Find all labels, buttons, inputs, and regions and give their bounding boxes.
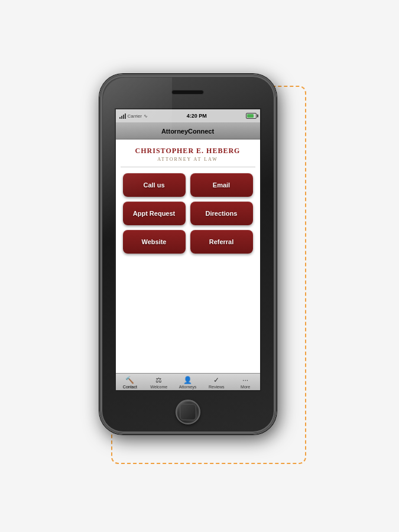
outer-frame: Carrier ∿ 4:20 PM AttorneyConnect — [99, 74, 300, 458]
website-button[interactable]: Website — [123, 230, 186, 254]
reviews-icon: ✓ — [213, 376, 219, 384]
law-header: CHRISTOPHER E. HEBERG ATTORNEY AT LAW — [121, 147, 255, 167]
battery-icon — [246, 113, 257, 119]
call-us-button[interactable]: Call us — [123, 173, 186, 197]
tab-contact[interactable]: 🔨 Contact — [118, 376, 142, 389]
tab-contact-label: Contact — [123, 385, 137, 389]
tab-more-label: More — [241, 385, 250, 389]
signal-bars — [119, 113, 126, 119]
content-area: CHRISTOPHER E. HEBERG ATTORNEY AT LAW Ca… — [116, 140, 260, 254]
screen-container: Carrier ∿ 4:20 PM AttorneyConnect — [115, 108, 261, 391]
screen-inner: Carrier ∿ 4:20 PM AttorneyConnect — [116, 109, 260, 390]
home-button[interactable] — [176, 400, 200, 424]
welcome-icon: ⚖ — [155, 376, 162, 384]
wifi-icon: ∿ — [144, 113, 148, 119]
app-title-bar: AttorneyConnect — [116, 122, 260, 140]
tab-welcome[interactable]: ⚖ Welcome — [147, 376, 171, 389]
app-title: AttorneyConnect — [161, 128, 214, 135]
tab-reviews-label: Reviews — [209, 385, 224, 389]
directions-button[interactable]: Directions — [190, 202, 253, 225]
tab-reviews[interactable]: ✓ Reviews — [205, 376, 228, 389]
status-left: Carrier ∿ — [119, 113, 148, 119]
home-button-inner — [180, 404, 196, 420]
tab-welcome-label: Welcome — [150, 385, 167, 389]
status-bar: Carrier ∿ 4:20 PM — [116, 109, 260, 122]
contact-icon: 🔨 — [125, 376, 134, 384]
iphone-bottom — [101, 391, 275, 433]
more-icon: ··· — [242, 376, 248, 384]
law-firm-subtitle: ATTORNEY AT LAW — [121, 157, 255, 162]
tab-attorneys-label: Attorneys — [179, 385, 197, 389]
screen-body: CHRISTOPHER E. HEBERG ATTORNEY AT LAW Ca… — [116, 140, 260, 373]
email-button[interactable]: Email — [190, 173, 253, 197]
attorneys-icon: 👤 — [183, 376, 192, 384]
battery-fill — [247, 114, 254, 118]
status-time: 4:20 PM — [187, 113, 207, 119]
tab-bar: 🔨 Contact ⚖ Welcome 👤 Attorneys ✓ Review… — [116, 373, 260, 390]
iphone-device: Carrier ∿ 4:20 PM AttorneyConnect — [99, 74, 277, 434]
carrier-label: Carrier — [128, 113, 142, 119]
buttons-grid: Call us Email Appt Request Directions We… — [121, 173, 255, 254]
iphone-top — [101, 76, 275, 108]
appt-request-button[interactable]: Appt Request — [123, 202, 186, 225]
speaker — [171, 90, 204, 95]
tab-attorneys[interactable]: 👤 Attorneys — [176, 376, 199, 389]
referral-button[interactable]: Referral — [190, 230, 253, 254]
law-firm-name: CHRISTOPHER E. HEBERG — [121, 147, 255, 155]
tab-more[interactable]: ··· More — [233, 376, 257, 389]
